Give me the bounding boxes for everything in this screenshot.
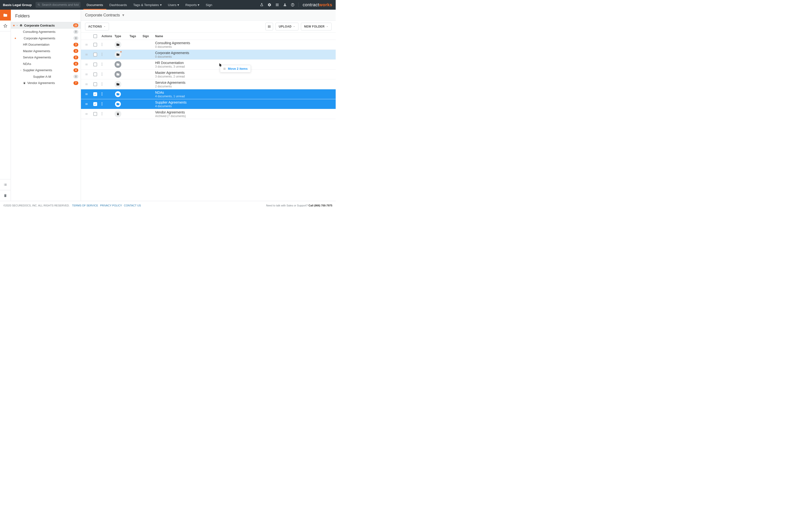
upload-button[interactable]: UPLOAD <box>275 23 298 31</box>
col-name[interactable]: Name <box>155 35 336 38</box>
row-type-icon: ★ <box>114 51 130 58</box>
row-type-icon <box>114 91 130 98</box>
chevron-down-icon <box>326 25 328 28</box>
table-row[interactable]: Supplier Agreements 4 documents <box>81 99 336 109</box>
row-title[interactable]: Service Agreements <box>155 80 336 84</box>
apps-icon[interactable] <box>275 3 279 7</box>
cursor-icon <box>219 63 222 68</box>
row-kebab-menu[interactable] <box>101 62 102 67</box>
drag-handle[interactable] <box>85 63 93 66</box>
nav-left: Basis Legal Group Documents Dashboards T… <box>0 0 215 10</box>
nav-divider <box>298 3 299 7</box>
table-row[interactable]: Master Agreements 3 documents, 2 unread <box>81 69 336 79</box>
footer-link-tos[interactable]: TERMS OF SERVICE <box>72 204 98 207</box>
svg-point-13 <box>101 75 102 75</box>
table-row[interactable]: Consulting Agreements 0 documents <box>81 40 336 50</box>
row-checkbox[interactable] <box>93 102 97 106</box>
nav-documents[interactable]: Documents <box>83 0 106 10</box>
folder-tree: ★ Corporate Contracts 23 Consulting Agre… <box>11 22 81 201</box>
tree-item[interactable]: Master Agreements3 <box>11 48 81 54</box>
tree-item[interactable]: HR Documentation3 <box>11 42 81 48</box>
tree-root[interactable]: ★ Corporate Contracts 23 <box>11 22 81 29</box>
row-checkbox[interactable] <box>93 92 97 96</box>
new-folder-button[interactable]: NEW FOLDER <box>301 23 332 31</box>
tree-item[interactable]: NDAs4 <box>11 61 81 67</box>
svg-point-18 <box>101 94 102 94</box>
tree-item-label: Supplier Agreements <box>23 68 73 72</box>
chevron-down-icon[interactable]: ▾ <box>122 13 124 17</box>
drag-handle[interactable] <box>85 103 93 106</box>
tree-item[interactable]: Vendor Agreements7 <box>11 80 81 87</box>
org-name: Basis Legal Group <box>0 3 36 7</box>
row-checkbox[interactable] <box>93 82 97 86</box>
flask-icon[interactable] <box>260 3 264 7</box>
nav-tags-templates[interactable]: Tags & Templates▾ <box>130 0 164 10</box>
row-checkbox[interactable] <box>93 43 97 47</box>
col-tags[interactable]: Tags <box>130 35 143 38</box>
row-checkbox[interactable] <box>93 62 97 66</box>
nav-reports[interactable]: Reports▾ <box>182 0 203 10</box>
drag-handle[interactable] <box>85 53 93 56</box>
row-title[interactable]: Vendor Agreements <box>155 110 336 114</box>
search-input[interactable] <box>42 3 79 6</box>
select-all-checkbox[interactable] <box>93 34 97 38</box>
svg-point-34 <box>225 69 225 70</box>
row-kebab-menu[interactable] <box>101 92 102 96</box>
col-type[interactable]: Type <box>114 35 130 38</box>
row-kebab-menu[interactable] <box>101 72 102 76</box>
search-box[interactable] <box>36 2 81 8</box>
nav-sign[interactable]: Sign <box>203 0 215 10</box>
row-kebab-menu[interactable] <box>101 102 102 106</box>
table-row[interactable]: HR Documentation 3 documents, 3 unread <box>81 60 336 69</box>
drag-handle[interactable] <box>85 73 93 76</box>
view-toggle-button[interactable] <box>265 23 273 31</box>
col-actions[interactable]: Actions <box>101 35 114 38</box>
rail-list[interactable] <box>0 179 11 190</box>
chevron-down-icon[interactable] <box>19 69 22 71</box>
tree-item[interactable]: Consulting Agreements0 <box>11 29 81 35</box>
footer-phone[interactable]: Call (866) 700-7975 <box>309 204 332 207</box>
tree-item[interactable]: Supplier Agreements4 <box>11 67 81 74</box>
row-kebab-menu[interactable] <box>101 43 102 47</box>
gear-icon[interactable] <box>267 3 271 7</box>
breadcrumb-current[interactable]: Corporate Contracts <box>85 13 120 17</box>
drag-handle[interactable] <box>85 43 93 46</box>
actions-button[interactable]: ACTIONS <box>85 23 109 31</box>
row-title[interactable]: Supplier Agreements <box>155 101 336 104</box>
row-checkbox[interactable] <box>93 53 97 56</box>
chevron-down-icon[interactable] <box>16 24 18 26</box>
row-title[interactable]: Consulting Agreements <box>155 41 336 45</box>
row-title[interactable]: Corporate Agreements <box>155 51 336 55</box>
nav-users[interactable]: Users▾ <box>165 0 182 10</box>
user-icon[interactable] <box>283 3 287 7</box>
table-body: Consulting Agreements 0 documents ★ Corp… <box>81 40 336 119</box>
row-title[interactable]: HR Documentation <box>155 61 336 65</box>
rail-folder[interactable] <box>0 10 11 20</box>
row-title[interactable]: NDAs <box>155 91 336 95</box>
rail-favorites[interactable] <box>0 20 11 32</box>
trash-icon <box>3 193 7 198</box>
drag-handle[interactable] <box>85 93 93 96</box>
tree-item[interactable]: Service Agreements2 <box>11 54 81 61</box>
table-row[interactable]: NDAs 4 documents, 1 unread <box>81 89 336 99</box>
rail-trash[interactable] <box>0 190 11 201</box>
row-checkbox[interactable] <box>93 112 97 116</box>
tree-item-count: 4 <box>73 68 78 72</box>
drag-handle[interactable] <box>85 113 93 115</box>
row-kebab-menu[interactable] <box>101 82 102 87</box>
row-kebab-menu[interactable] <box>101 112 102 116</box>
row-kebab-menu[interactable] <box>101 53 102 57</box>
footer-link-privacy[interactable]: PRIVACY POLICY <box>100 204 122 207</box>
col-sign[interactable]: Sign <box>143 35 155 38</box>
nav-dashboards[interactable]: Dashboards <box>106 0 130 10</box>
help-icon[interactable] <box>291 3 295 7</box>
tree-item-count: 3 <box>73 43 78 47</box>
table-row[interactable]: Service Agreements 2 documents <box>81 79 336 89</box>
tree-item[interactable]: Supplier A-M0 <box>11 73 81 80</box>
drag-handle[interactable] <box>85 83 93 86</box>
table-row[interactable]: ★ Corporate Agreements 0 documents <box>81 50 336 60</box>
tree-item[interactable]: ★Corporate Agreements0 <box>11 35 81 42</box>
table-row[interactable]: Vendor Agreements Archived (7 documents) <box>81 109 336 119</box>
row-checkbox[interactable] <box>93 72 97 76</box>
footer-link-contact[interactable]: CONTACT US <box>124 204 141 207</box>
